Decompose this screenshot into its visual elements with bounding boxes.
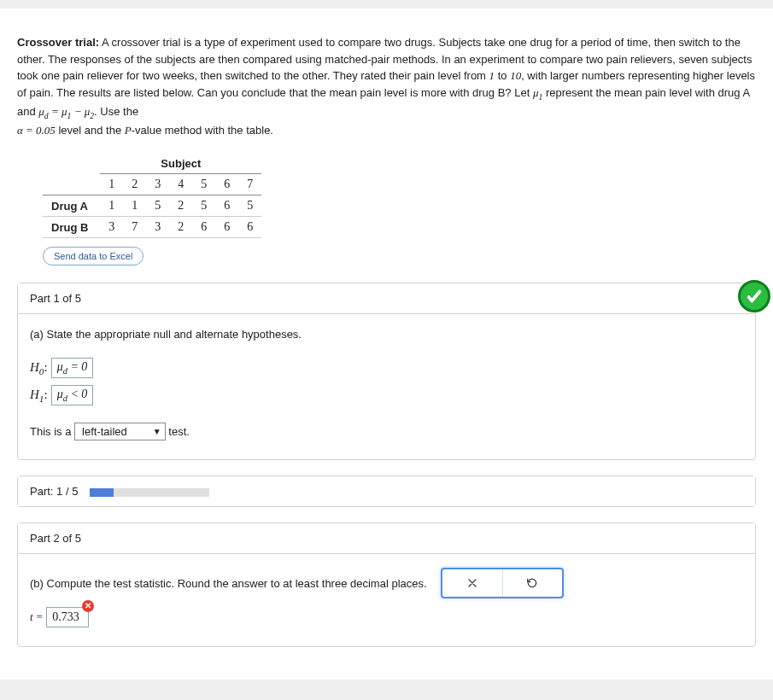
correct-check-icon [738, 280, 770, 312]
part1-panel: Part 1 of 5 (a) State the appropriate nu… [17, 283, 756, 460]
part2-panel: Part 2 of 5 (b) Compute the test statist… [17, 522, 756, 647]
reset-button[interactable] [502, 569, 562, 597]
answer-action-bar [441, 568, 564, 598]
part2-header: Part 2 of 5 [30, 532, 81, 545]
data-table: Subject 1 2 3 4 5 6 7 Drug A 1 1 5 2 5 6… [43, 154, 261, 238]
incorrect-x-icon: ✕ [82, 600, 94, 612]
progress-panel: Part: 1 / 5 [17, 475, 756, 507]
h0-answer: μd = 0 [51, 358, 94, 378]
intro-lead: Crossover trial: [17, 36, 99, 49]
problem-statement: Crossover trial: A crossover trial is a … [17, 34, 756, 138]
t-label: t = [30, 610, 44, 623]
clear-button[interactable] [442, 569, 502, 597]
x-icon [466, 576, 479, 590]
part1-prompt: (a) State the appropriate null and alter… [30, 328, 743, 341]
send-to-excel-button[interactable]: Send data to Excel [43, 247, 143, 265]
progress-bar [90, 488, 209, 497]
tail-type-value: left-tailed [82, 425, 127, 438]
h1-answer: μd < 0 [51, 385, 94, 405]
subject-header: Subject [100, 154, 261, 174]
chevron-down-icon: ▼ [153, 427, 161, 436]
tail-type-select[interactable]: left-tailed ▼ [74, 423, 166, 440]
row-b-label: Drug B [43, 217, 100, 238]
progress-fill [90, 488, 114, 497]
row-a-label: Drug A [43, 195, 100, 217]
part1-header: Part 1 of 5 [30, 292, 81, 305]
progress-label: Part: 1 / 5 [30, 485, 78, 498]
undo-icon [525, 576, 539, 590]
part2-prompt: (b) Compute the test statistic. Round th… [30, 577, 427, 590]
